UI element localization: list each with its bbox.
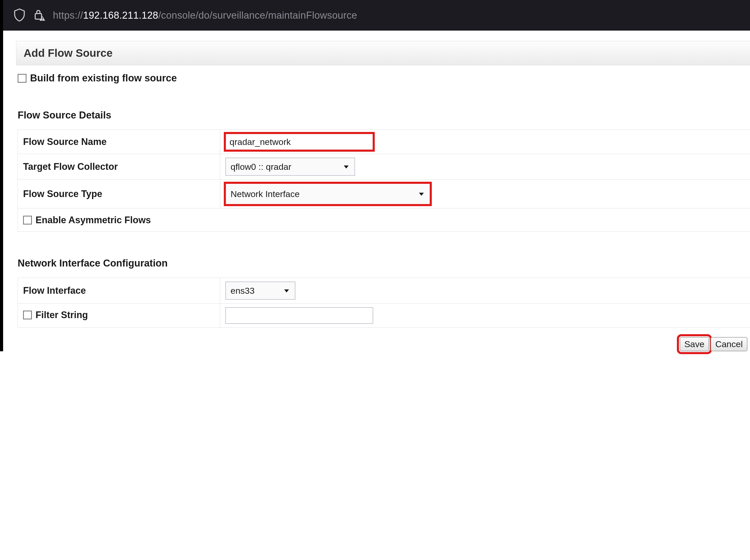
chevron-down-icon: [418, 190, 425, 198]
flow-source-details-table: Flow Source Name Target Flow Collector q…: [18, 129, 750, 232]
filter-string-input[interactable]: [225, 307, 373, 324]
nic-config-table: Flow Interface ens33 Filter String: [18, 278, 750, 328]
page-title-text: Add Flow Source: [24, 47, 113, 59]
button-row: Save Cancel: [16, 328, 750, 351]
row-flow-interface: Flow Interface ens33: [18, 278, 750, 304]
row-flow-source-type: Flow Source Type Network Interface: [18, 180, 750, 208]
row-target-flow-collector: Target Flow Collector qflow0 :: qradar: [18, 154, 750, 180]
target-flow-collector-select[interactable]: qflow0 :: qradar: [225, 158, 355, 176]
label-flow-source-type: Flow Source Type: [18, 180, 220, 208]
chevron-down-icon: [283, 287, 290, 294]
url-text[interactable]: https://192.168.211.128/console/do/surve…: [53, 10, 357, 21]
target-flow-collector-value: qflow0 :: qradar: [231, 162, 291, 172]
row-enable-asymmetric-flows: Enable Asymmetric Flows: [18, 208, 750, 232]
flow-interface-select[interactable]: ens33: [225, 282, 295, 300]
filter-string-label: Filter String: [36, 309, 88, 320]
url-path: /console/do/surveillance/maintainFlowsou…: [158, 10, 357, 21]
label-target-flow-collector: Target Flow Collector: [18, 154, 220, 180]
svg-rect-2: [42, 20, 42, 20]
row-flow-source-name: Flow Source Name: [18, 130, 750, 154]
build-from-existing-row: Build from existing flow source: [16, 65, 750, 84]
browser-address-bar: https://192.168.211.128/console/do/surve…: [0, 0, 750, 31]
url-host: 192.168.211.128: [83, 10, 158, 21]
label-flow-source-name: Flow Source Name: [18, 130, 220, 154]
shield-icon: [14, 8, 25, 23]
enable-asymmetric-label: Enable Asymmetric Flows: [36, 215, 151, 225]
svg-rect-0: [35, 14, 42, 19]
flow-source-type-value: Network Interface: [231, 189, 299, 199]
enable-asymmetric-checkbox[interactable]: [23, 216, 32, 224]
build-from-existing-label: Build from existing flow source: [30, 73, 177, 84]
chevron-down-icon: [342, 163, 350, 170]
url-prefix: https://: [53, 10, 83, 21]
flow-source-type-select[interactable]: Network Interface: [225, 183, 430, 204]
page-content: Add Flow Source Build from existing flow…: [0, 31, 750, 351]
label-flow-interface: Flow Interface: [18, 278, 220, 304]
build-from-existing-checkbox[interactable]: [18, 74, 26, 83]
page-title: Add Flow Source: [16, 41, 750, 65]
lock-warning-icon: [33, 8, 45, 23]
flow-source-name-input[interactable]: [225, 134, 373, 150]
flow-interface-value: ens33: [231, 286, 255, 296]
filter-string-checkbox[interactable]: [23, 311, 32, 319]
save-button[interactable]: Save: [680, 337, 709, 351]
cancel-button[interactable]: Cancel: [711, 337, 747, 351]
section-title-details: Flow Source Details: [18, 110, 750, 121]
row-filter-string: Filter String: [18, 304, 750, 328]
svg-rect-1: [42, 17, 42, 19]
section-title-nic: Network Interface Configuration: [18, 258, 750, 269]
